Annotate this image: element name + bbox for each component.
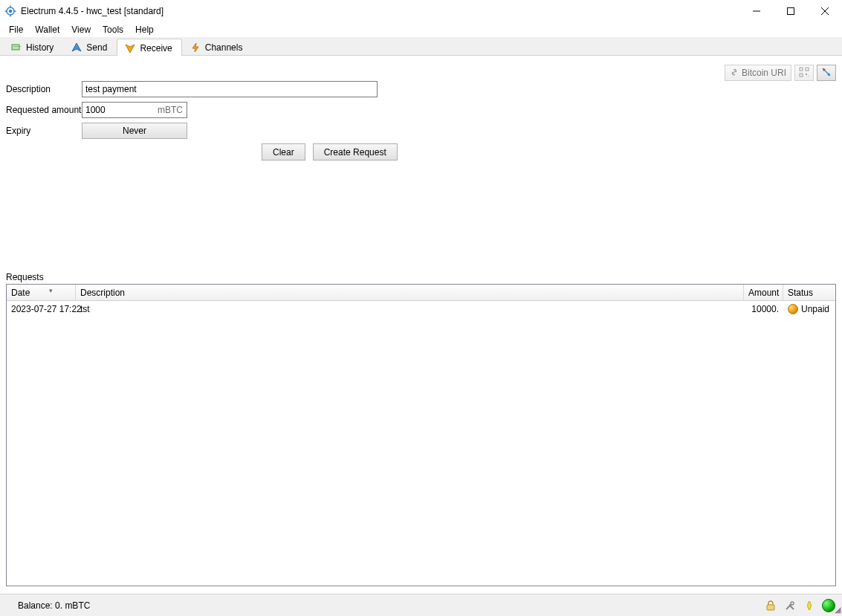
status-icons bbox=[763, 598, 836, 613]
tab-send-label: Send bbox=[86, 42, 107, 53]
svg-rect-11 bbox=[13, 46, 22, 47]
bitcoin-uri-label: Bitcoin URI bbox=[742, 68, 786, 78]
seed-icon[interactable] bbox=[802, 598, 817, 613]
svg-rect-7 bbox=[788, 8, 794, 15]
svg-line-26 bbox=[789, 605, 794, 609]
amount-input[interactable] bbox=[82, 102, 187, 118]
create-request-button[interactable]: Create Request bbox=[313, 143, 398, 161]
menu-file[interactable]: File bbox=[3, 23, 29, 36]
receive-toolbar: Bitcoin URI bbox=[725, 65, 836, 81]
menubar: File Wallet View Tools Help bbox=[0, 22, 842, 37]
menu-help[interactable]: Help bbox=[129, 23, 160, 36]
tools-icon[interactable] bbox=[783, 598, 797, 613]
window-title: Electrum 4.4.5 - hwc_test [standard] bbox=[21, 6, 163, 16]
status-unpaid-icon bbox=[788, 304, 798, 314]
column-amount[interactable]: Amount bbox=[744, 285, 783, 300]
menu-view[interactable]: View bbox=[65, 23, 97, 36]
svg-marker-12 bbox=[72, 43, 81, 51]
svg-point-1 bbox=[9, 10, 12, 13]
description-input[interactable] bbox=[82, 81, 378, 97]
bitcoin-uri-button[interactable]: Bitcoin URI bbox=[725, 65, 791, 81]
channels-icon bbox=[190, 42, 201, 53]
window-controls bbox=[739, 0, 842, 22]
swap-button[interactable] bbox=[817, 65, 836, 81]
svg-rect-10 bbox=[12, 45, 19, 50]
requests-label: Requests bbox=[6, 272, 836, 282]
resize-grip[interactable]: ◢ bbox=[832, 606, 841, 615]
table-row[interactable]: 2023-07-27 17:22 tst 10000. Unpaid bbox=[7, 301, 835, 316]
column-status[interactable]: Status bbox=[783, 285, 835, 300]
svg-rect-17 bbox=[800, 74, 803, 77]
expiry-label: Expiry bbox=[6, 126, 82, 136]
description-label: Description bbox=[6, 84, 82, 94]
amount-label: Requested amount bbox=[6, 105, 82, 115]
receive-form: Description Requested amount mBTC Expiry… bbox=[0, 56, 842, 161]
requests-header: Date ▾ Description Amount Status bbox=[7, 285, 835, 301]
receive-icon bbox=[125, 43, 135, 54]
cell-status: Unpaid bbox=[783, 301, 835, 316]
svg-marker-13 bbox=[126, 45, 135, 53]
tab-channels[interactable]: Channels bbox=[182, 38, 253, 55]
expiry-button[interactable]: Never bbox=[82, 123, 187, 139]
requests-section: Requests Date ▾ Description Amount Statu… bbox=[0, 272, 842, 594]
swap-icon bbox=[821, 67, 832, 80]
qr-icon bbox=[799, 67, 809, 80]
svg-rect-23 bbox=[767, 605, 774, 610]
history-icon bbox=[11, 42, 22, 53]
tab-send[interactable]: Send bbox=[63, 38, 117, 55]
sort-indicator-icon: ▾ bbox=[49, 287, 53, 294]
tab-history[interactable]: History bbox=[3, 38, 63, 55]
cell-description: tst bbox=[76, 301, 744, 316]
tab-history-label: History bbox=[26, 42, 54, 53]
clear-button[interactable]: Clear bbox=[262, 143, 305, 161]
tab-receive-label: Receive bbox=[140, 43, 172, 54]
app-icon bbox=[4, 5, 16, 17]
column-description[interactable]: Description bbox=[76, 285, 744, 300]
svg-point-25 bbox=[791, 602, 794, 605]
menu-wallet[interactable]: Wallet bbox=[29, 23, 65, 36]
requests-table[interactable]: Date ▾ Description Amount Status 2023-07… bbox=[6, 284, 836, 586]
close-button[interactable] bbox=[808, 0, 842, 22]
receive-panel: Bitcoin URI bbox=[0, 56, 842, 594]
tabbar: History Send Receive Channels bbox=[0, 37, 842, 56]
cell-date: 2023-07-27 17:22 bbox=[7, 301, 76, 316]
send-icon bbox=[71, 42, 82, 53]
svg-rect-15 bbox=[800, 68, 803, 71]
cell-amount: 10000. bbox=[744, 301, 783, 316]
lock-icon[interactable] bbox=[763, 598, 778, 613]
qr-button[interactable] bbox=[794, 65, 814, 81]
tab-channels-label: Channels bbox=[205, 42, 243, 53]
maximize-button[interactable] bbox=[774, 0, 808, 22]
link-icon bbox=[730, 68, 739, 79]
svg-rect-16 bbox=[806, 68, 809, 71]
expiry-value: Never bbox=[123, 126, 146, 136]
titlebar: Electrum 4.4.5 - hwc_test [standard] bbox=[0, 0, 842, 22]
balance-text: Balance: 0. mBTC bbox=[18, 600, 90, 611]
menu-tools[interactable]: Tools bbox=[97, 23, 129, 36]
svg-marker-14 bbox=[192, 43, 198, 52]
statusbar: Balance: 0. mBTC ◢ bbox=[0, 594, 842, 616]
tab-receive[interactable]: Receive bbox=[117, 39, 181, 56]
svg-rect-19 bbox=[808, 76, 809, 77]
column-date[interactable]: Date ▾ bbox=[7, 285, 76, 300]
svg-rect-18 bbox=[806, 74, 807, 75]
minimize-button[interactable] bbox=[739, 0, 774, 22]
